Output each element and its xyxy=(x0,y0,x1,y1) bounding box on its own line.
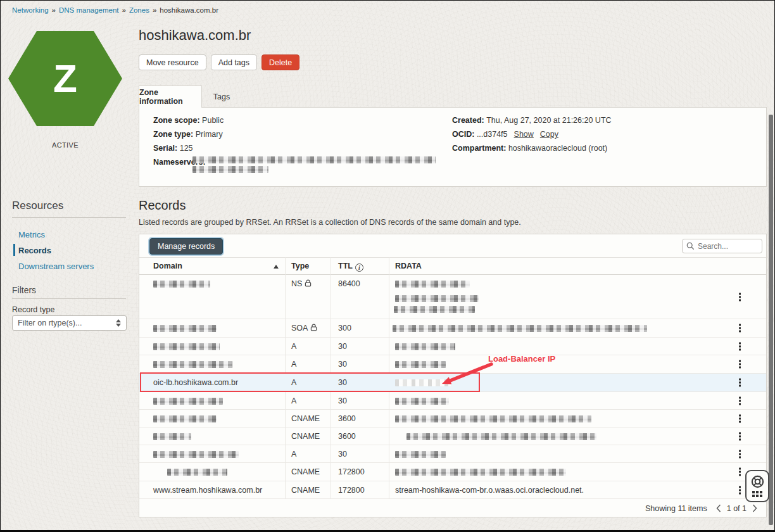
resources-title: Resources xyxy=(12,200,63,212)
record-row: CNAME3600 xyxy=(139,410,766,428)
redacted-domain xyxy=(153,281,210,288)
tab-tags[interactable]: Tags xyxy=(202,86,241,108)
cell-domain: oic-lb.hoshikawa.com.br xyxy=(153,378,238,387)
row-actions-kebab[interactable] xyxy=(737,377,743,389)
redacted-rdata xyxy=(395,295,479,302)
records-section-subtitle: Listed records are grouped by RRSet. An … xyxy=(139,218,521,227)
row-actions-kebab[interactable] xyxy=(737,466,743,478)
redacted-rdata xyxy=(394,306,475,313)
redacted-rdata xyxy=(395,343,455,350)
cell-ttl: 30 xyxy=(338,396,347,405)
row-actions-kebab[interactable] xyxy=(737,322,743,334)
cell-type: A xyxy=(291,450,296,459)
row-actions-kebab[interactable] xyxy=(737,484,743,496)
row-actions-kebab[interactable] xyxy=(737,291,743,303)
redacted-rdata xyxy=(395,469,566,476)
cell-type: CNAME xyxy=(291,432,320,441)
redacted-rdata xyxy=(406,433,596,440)
cell-type: SOA xyxy=(291,324,317,332)
row-actions-kebab[interactable] xyxy=(737,448,743,460)
redacted-domain xyxy=(153,398,223,405)
redacted-domain xyxy=(153,451,239,458)
oci-console-page: Networking»DNS management»Zones»hoshikaw… xyxy=(0,0,775,532)
cell-ttl: 86400 xyxy=(338,279,360,288)
row-actions-kebab[interactable] xyxy=(737,412,743,424)
zone-field-compartment-: Compartment: hoshikawaoraclecloud (root) xyxy=(452,144,607,153)
help-lifering-icon[interactable] xyxy=(751,475,764,488)
zone-information-card: Zone scope: PublicZone type: PrimarySeri… xyxy=(139,107,767,187)
record-type-label: Record type xyxy=(12,305,54,314)
scrollbar-thumb[interactable] xyxy=(769,115,773,525)
breadcrumb-separator: » xyxy=(122,6,126,14)
zone-badge-letter: Z xyxy=(53,59,77,98)
show-link[interactable]: Show xyxy=(514,130,534,139)
tab-zone-information[interactable]: Zone information xyxy=(139,86,202,108)
sidebar-item-records[interactable]: Records xyxy=(18,246,51,255)
cell-ttl: 30 xyxy=(338,450,347,459)
move-resource-button[interactable]: Move resource xyxy=(139,54,206,70)
cell-type: A xyxy=(291,396,296,405)
apps-grid-icon[interactable] xyxy=(752,491,762,497)
cell-rdata: stream-hoshikawa-com-br.o.waas.oci.oracl… xyxy=(395,486,584,495)
action-buttons: Move resourceAdd tagsDelete xyxy=(139,54,299,70)
table-header: Domain Type TTLi RDATA xyxy=(139,257,766,275)
table-footer: Showing 11 items 1 of 1 xyxy=(139,499,766,517)
sidebar-item-metrics[interactable]: Metrics xyxy=(18,230,45,239)
redacted-domain xyxy=(153,325,217,332)
record-row: oic-lb.hoshikawa.com.brA30 xyxy=(139,374,766,392)
row-actions-kebab[interactable] xyxy=(737,358,743,370)
delete-button[interactable]: Delete xyxy=(261,54,299,70)
record-row: A30 xyxy=(139,355,766,374)
page-previous-icon[interactable] xyxy=(716,504,721,512)
search-box[interactable] xyxy=(682,239,762,253)
cell-ttl: 30 xyxy=(338,342,347,351)
records-tbody: NS86400SOA300A30A30oic-lb.hoshikawa.com.… xyxy=(139,275,766,499)
cell-type: A xyxy=(291,342,296,351)
breadcrumb-item-networking[interactable]: Networking xyxy=(12,6,49,14)
redacted-rdata xyxy=(395,361,446,368)
column-header-ttl: TTLi xyxy=(338,262,363,272)
record-row: A30 xyxy=(139,392,766,410)
active-item-indicator xyxy=(13,244,15,256)
add-tags-button[interactable]: Add tags xyxy=(211,54,257,70)
search-input[interactable] xyxy=(698,242,755,251)
redacted-rdata xyxy=(395,379,451,386)
sidebar-item-downstream-servers[interactable]: Downstream servers xyxy=(18,262,94,271)
breadcrumb-separator: » xyxy=(52,6,56,14)
zone-field-zone-scope-: Zone scope: Public xyxy=(153,116,224,125)
page-title: hoshikawa.com.br xyxy=(139,27,251,44)
manage-records-button[interactable]: Manage records xyxy=(149,238,223,255)
lock-icon xyxy=(302,279,312,288)
records-section-title: Records xyxy=(139,198,186,213)
sort-ascending-icon xyxy=(274,265,279,269)
ttl-info-icon[interactable]: i xyxy=(355,263,363,272)
zone-field-ocid-: OCID: ...d374f5ShowCopy xyxy=(452,130,558,139)
record-type-select[interactable]: Filter on rtype(s)... xyxy=(12,315,127,331)
cell-type: A xyxy=(291,378,296,387)
record-row: SOA300 xyxy=(139,319,766,338)
column-header-domain[interactable]: Domain xyxy=(153,262,182,270)
cell-ttl: 30 xyxy=(338,360,347,369)
zone-field-serial-: Serial: 125 xyxy=(153,144,193,153)
breadcrumb-item-dns-management[interactable]: DNS management xyxy=(59,6,119,14)
row-actions-kebab[interactable] xyxy=(737,340,743,352)
cell-ttl: 300 xyxy=(338,324,351,332)
redacted-domain xyxy=(153,433,191,440)
row-actions-kebab[interactable] xyxy=(737,395,743,407)
redacted-domain xyxy=(167,469,227,476)
select-stepper-icon xyxy=(116,319,121,327)
copy-link[interactable]: Copy xyxy=(540,130,558,139)
page-next-icon[interactable] xyxy=(752,504,757,512)
breadcrumb-item-hoshikawa-com-br: hoshikawa.com.br xyxy=(160,6,218,14)
cell-type: A xyxy=(291,360,296,369)
redacted-rdata xyxy=(395,451,446,458)
redacted-nameservers-line1 xyxy=(192,156,436,163)
record-row: NS86400 xyxy=(139,275,766,319)
cell-type: CNAME xyxy=(291,486,320,495)
redacted-rdata xyxy=(395,398,449,405)
breadcrumb-item-zones[interactable]: Zones xyxy=(129,6,149,14)
row-actions-kebab[interactable] xyxy=(737,430,743,442)
help-widget xyxy=(745,470,769,502)
column-header-type: Type xyxy=(291,262,309,270)
filters-title: Filters xyxy=(12,285,36,295)
